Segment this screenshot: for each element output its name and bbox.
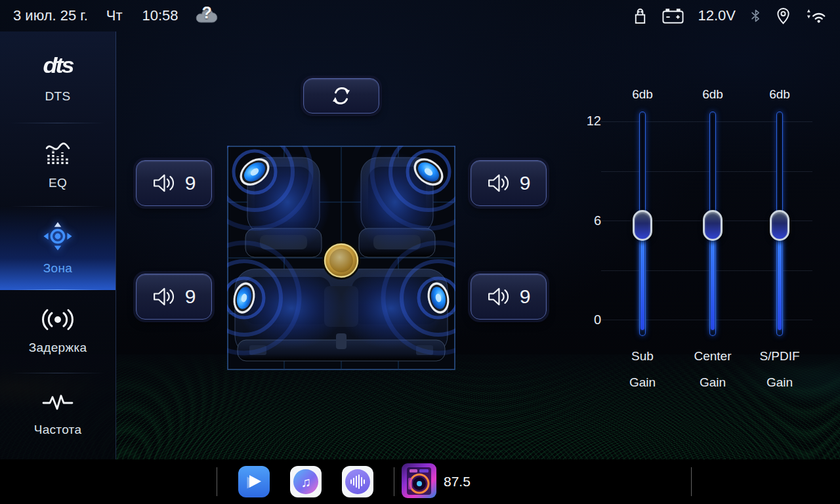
zone-seat-map[interactable] (227, 146, 455, 370)
gain-slider-thumb[interactable] (703, 210, 723, 241)
zone-volume-front-right[interactable]: 9 (471, 160, 547, 206)
sidebar-item-zone-label: Зона (43, 261, 72, 276)
divider (691, 467, 692, 496)
zone-reset-button[interactable] (303, 78, 379, 114)
sidebar-item-delay-label: Задержка (29, 341, 87, 355)
gain-slider-unit: Gain (677, 375, 749, 390)
zone-volume-front-left[interactable]: 9 (136, 160, 212, 206)
zone-pad-icon (43, 221, 73, 251)
zone-volume-value: 9 (520, 285, 531, 308)
now-playing-album-art[interactable] (402, 463, 436, 498)
status-date: 3 июл. 25 г. (13, 7, 88, 24)
sidebar-item-frequency[interactable]: Частота (0, 373, 116, 457)
zone-volume-value: 9 (185, 285, 196, 308)
equalizer-icon (44, 140, 72, 166)
gain-panel: 12 6 0 6db Sub Gain 6db Center Gain 6db … (578, 79, 840, 400)
delay-signal-icon (42, 308, 74, 331)
frequency-wave-icon (42, 393, 74, 413)
gain-slider-thumb[interactable] (770, 210, 789, 241)
waveform-icon (349, 474, 366, 490)
sidebar-item-zone[interactable]: Зона (0, 207, 116, 290)
sidebar-item-delay[interactable]: Задержка (0, 290, 116, 373)
zone-volume-value: 9 (520, 172, 531, 194)
music-note-icon: ♫ (301, 475, 311, 489)
sidebar-item-dts[interactable]: dts DTS (0, 32, 116, 123)
music-app-circle: ♫ (293, 469, 318, 494)
weather-widget[interactable]: ? (194, 5, 219, 26)
gain-slider-thumb[interactable] (633, 210, 652, 241)
status-weekday: Чт (106, 7, 123, 24)
gain-value-label: 6db (677, 87, 749, 102)
gain-value-label: 6db (744, 87, 816, 102)
speaker-icon (152, 173, 176, 193)
music-app-icon[interactable]: ♫ (290, 466, 322, 497)
voice-assistant-app-icon[interactable] (342, 466, 373, 497)
voice-app-circle (345, 469, 370, 494)
radio-frequency: 87.5 (444, 459, 471, 504)
sidebar-item-frequency-label: Частота (34, 423, 82, 437)
status-clock: 10:58 (142, 7, 178, 24)
gain-slider-unit: Gain (744, 375, 816, 390)
gain-tick-12: 12 (578, 114, 601, 129)
boombox-artwork (402, 463, 436, 498)
usb-icon (633, 7, 648, 25)
play-icon (244, 472, 264, 492)
balance-knob[interactable] (322, 242, 360, 280)
gain-tick-0: 0 (578, 312, 601, 327)
gain-slider-center: 6db Center Gain (677, 79, 749, 400)
location-icon (776, 7, 791, 25)
gain-slider-name: Sub (606, 349, 679, 364)
battery-voltage: 12.0V (698, 7, 736, 24)
dts-logo-icon: dts (43, 52, 73, 78)
video-player-app-icon[interactable] (238, 466, 270, 497)
zone-volume-value: 9 (185, 172, 196, 194)
gain-slider-fill (640, 226, 644, 330)
zone-volume-rear-right[interactable]: 9 (471, 274, 547, 320)
gain-tick-6: 6 (578, 213, 601, 228)
gain-slider-sub: 6db Sub Gain (606, 79, 679, 400)
gain-value-label: 6db (606, 87, 679, 102)
sidebar-item-dts-label: DTS (45, 89, 71, 104)
battery-icon (662, 7, 684, 24)
gain-slider-spdif: 6db S/PDIF Gain (744, 79, 816, 400)
gain-slider-fill (778, 226, 782, 330)
wifi-icon (805, 7, 827, 24)
speaker-icon (487, 173, 511, 193)
divider (394, 467, 394, 496)
gain-slider-fill (711, 226, 715, 330)
bottom-nav-bar: ♫ 87.5 (0, 459, 840, 504)
bluetooth-icon (750, 7, 761, 24)
sidebar: dts DTS EQ Зона (0, 32, 116, 459)
speaker-icon (152, 287, 176, 306)
gain-slider-name: Center (677, 349, 749, 364)
weather-unknown-mark: ? (202, 3, 212, 22)
status-bar: 3 июл. 25 г. Чт 10:58 ? 12.0V (0, 0, 840, 32)
zone-volume-rear-left[interactable]: 9 (136, 274, 212, 320)
divider (217, 467, 217, 496)
gain-slider-name: S/PDIF (744, 349, 816, 364)
speaker-icon (487, 287, 511, 306)
reset-icon (329, 84, 354, 108)
sidebar-item-eq-label: EQ (49, 176, 67, 190)
gain-slider-unit: Gain (606, 375, 679, 390)
sidebar-item-eq[interactable]: EQ (0, 123, 116, 207)
